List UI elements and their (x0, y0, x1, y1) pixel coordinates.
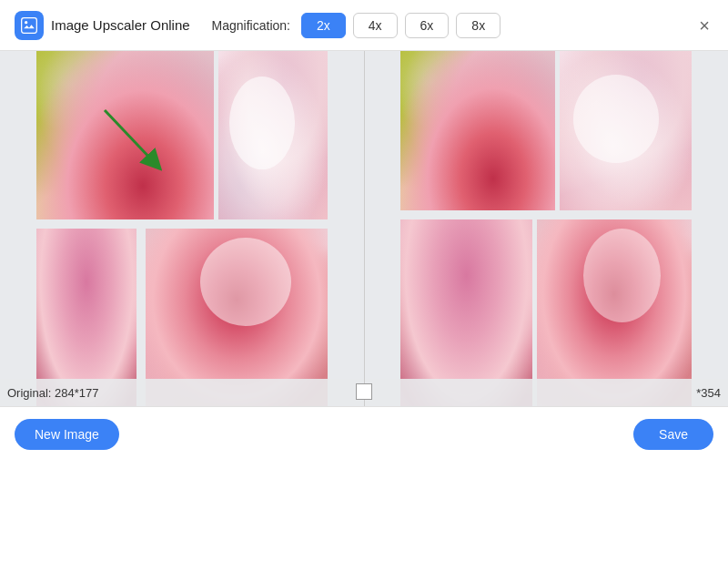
left-tile-tr (218, 51, 328, 219)
right-collage (400, 51, 692, 406)
left-tile-tl (36, 51, 214, 219)
svg-point-1 (25, 21, 27, 24)
app-header: Image Upscaler Online Magnification: 2x … (0, 0, 728, 51)
mag-button-2x[interactable]: 2x (301, 13, 346, 38)
right-tile-tr (560, 51, 692, 210)
footer: New Image Save (0, 406, 728, 461)
upscaled-size-label: *354 (696, 386, 721, 400)
right-info-bar: *354 (365, 379, 729, 406)
left-collage (36, 51, 328, 406)
new-image-button[interactable]: New Image (15, 419, 119, 450)
left-info-bar: Original: 284*177 (0, 379, 364, 406)
app-icon-svg (20, 16, 38, 35)
svg-rect-0 (22, 17, 37, 33)
save-button[interactable]: Save (633, 419, 713, 450)
original-size-label: Original: 284*177 (7, 386, 98, 400)
mag-button-8x[interactable]: 8x (456, 13, 500, 38)
divider-square (356, 383, 372, 400)
mag-button-6x[interactable]: 6x (405, 13, 450, 38)
magnification-label: Magnification: (212, 18, 290, 33)
mag-button-4x[interactable]: 4x (353, 13, 398, 38)
main-content: Original: 284*177 *354 (0, 51, 728, 406)
app-icon (15, 11, 44, 40)
close-button[interactable]: × (695, 13, 713, 38)
left-panel: Original: 284*177 (0, 51, 364, 406)
magnification-buttons: 2x 4x 6x 8x (301, 13, 500, 38)
right-tile-tl (400, 51, 555, 210)
app-title: Image Upscaler Online (51, 17, 190, 33)
right-panel: *354 (364, 51, 729, 406)
